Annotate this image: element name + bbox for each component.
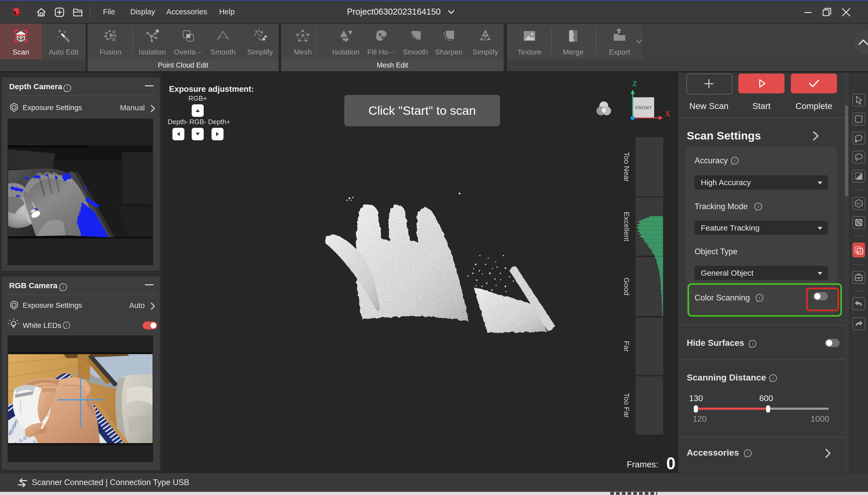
gauge-histogram-bar <box>659 273 663 273</box>
home-button[interactable] <box>35 6 47 18</box>
ribbon-mesh-smooth-button[interactable]: Smooth <box>397 23 434 59</box>
tool-polygon-select-button[interactable] <box>852 132 865 144</box>
project-title-dropdown[interactable]: Project06302023164150 <box>347 1 459 23</box>
collapse-chevron-up-icon <box>857 37 868 47</box>
ribbon-mesh-button[interactable]: Mesh <box>285 23 321 59</box>
tool-deselect-button[interactable] <box>852 216 865 229</box>
ribbon-scan-button[interactable]: Scan <box>0 23 42 59</box>
scanning-distance-info-icon[interactable]: i <box>768 374 778 383</box>
tool-select-button[interactable] <box>852 93 865 106</box>
ribbon-auto-edit-button[interactable]: Auto Edit <box>42 23 86 59</box>
ribbon-item-label: Simplify <box>247 48 273 56</box>
depth-plus-button[interactable] <box>211 128 223 140</box>
object-type-dropdown[interactable]: General Object <box>695 266 828 280</box>
ribbon-merge-button[interactable]: Merge <box>555 23 592 59</box>
triangle-down-icon <box>195 132 200 136</box>
ribbon-mesh-simplify-button[interactable]: Simplify <box>467 23 504 59</box>
ribbon-item-label: Merge <box>563 48 583 56</box>
rgb-plus-button[interactable] <box>192 104 204 117</box>
white-leds-info-icon[interactable]: i <box>62 321 71 330</box>
hide-surfaces-info-icon[interactable]: i <box>748 339 758 349</box>
depth-exposure-value-button[interactable]: Manual <box>114 104 156 114</box>
tool-lasso-select-button[interactable] <box>852 151 865 164</box>
ribbon-sharpen-button[interactable]: Sharpen <box>431 23 467 59</box>
gauge-histogram-bar <box>648 246 663 247</box>
status-bar: Scanner Connected | Connection Type USB <box>0 473 868 492</box>
depth-camera-collapse-button[interactable] <box>145 85 154 86</box>
ribbon-export-button[interactable]: Export <box>601 23 638 59</box>
ribbon-item-label: Fusion <box>100 48 121 56</box>
complete-button[interactable] <box>791 73 837 93</box>
dropdown-caret-icon <box>818 227 822 230</box>
menu-accessories[interactable]: Accessories <box>166 1 207 23</box>
scan-settings-expand-chevron[interactable] <box>812 131 819 141</box>
hide-surfaces-toggle[interactable] <box>825 339 839 347</box>
depth-camera-preview <box>7 119 153 265</box>
accessories-expand-chevron[interactable] <box>824 448 832 459</box>
menu-help[interactable]: Help <box>217 1 237 23</box>
tool-toolbox-button[interactable] <box>852 271 865 284</box>
minimize-button[interactable] <box>801 5 815 19</box>
accuracy-value: High Accuracy <box>701 175 751 190</box>
start-button[interactable] <box>738 73 785 93</box>
accessories-info-icon[interactable]: i <box>743 448 753 459</box>
ribbon-item-label: Export <box>609 48 630 56</box>
tool-invert-select-button[interactable] <box>852 170 865 183</box>
gauge-histogram-bar <box>642 237 663 238</box>
depth-camera-panel: Depth Camera i Exposure Settings Manual <box>2 78 160 271</box>
ribbon-item-label: Sharpen <box>435 48 463 56</box>
restore-button[interactable] <box>820 5 834 19</box>
depth-minus-button[interactable] <box>172 128 184 140</box>
gauge-histogram-bar <box>662 314 663 315</box>
right-panel-divider <box>678 325 845 325</box>
ribbon-pc-simplify-button[interactable]: Simplify <box>241 23 279 59</box>
redo-icon <box>853 318 865 330</box>
close-button[interactable] <box>839 5 853 19</box>
gauge-histogram-bar <box>659 269 663 269</box>
tool-rect-select-button[interactable] <box>852 113 865 125</box>
open-project-button[interactable] <box>72 6 83 18</box>
undo-button[interactable] <box>852 297 865 310</box>
titlebar-separator <box>90 6 90 18</box>
gauge-histogram-bar <box>659 271 663 272</box>
rgb-minus-button[interactable] <box>192 128 204 140</box>
new-scan-button[interactable] <box>686 73 732 95</box>
rgb-camera-collapse-button[interactable] <box>145 284 154 285</box>
ribbon-fill-holes-button[interactable]: Fill Ho··· <box>363 23 399 59</box>
gauge-histogram-bar <box>662 306 663 307</box>
axis-gizmo[interactable]: FRONT Z X <box>626 78 676 125</box>
tracking-mode-value: Feature Tracking <box>701 221 760 235</box>
ribbon-item-label: Texture <box>517 48 542 56</box>
depth-camera-info-icon[interactable]: i <box>62 83 72 93</box>
rgb-camera-info-icon[interactable]: i <box>58 283 68 292</box>
ribbon-overlap-button[interactable]: Overla··· <box>170 23 207 59</box>
rgb-exposure-value-button[interactable]: Auto <box>114 301 156 312</box>
menu-file[interactable]: File <box>100 1 118 23</box>
distance-slider-handle-low[interactable] <box>694 405 698 413</box>
menu-display[interactable]: Display <box>129 1 156 23</box>
ribbon-mesh-isolation-button[interactable]: Isolation <box>328 23 364 59</box>
gauge-histogram-bar <box>662 305 663 306</box>
white-leds-toggle[interactable] <box>143 322 157 329</box>
gauge-segment-far <box>635 318 663 375</box>
ribbon-pc-smooth-button[interactable]: Smooth <box>205 23 241 59</box>
new-project-button[interactable] <box>54 6 65 18</box>
accuracy-info-icon[interactable]: i <box>730 156 740 166</box>
redo-button[interactable] <box>852 318 865 330</box>
icon-strip-divider <box>853 236 864 237</box>
distance-slider-handle-high[interactable] <box>766 405 770 413</box>
export-dropdown-chevron-icon[interactable] <box>635 39 643 45</box>
rgb-channels-icon[interactable] <box>595 100 613 118</box>
ribbon-fusion-button[interactable]: Fusion <box>92 23 129 59</box>
tool-overlap-active-button[interactable] <box>852 242 865 257</box>
right-panel-scrollbar-thumb[interactable] <box>845 105 848 197</box>
depth-minus-label: Depth- <box>166 118 189 126</box>
tracking-mode-info-icon[interactable]: i <box>753 202 763 212</box>
tracking-mode-dropdown[interactable]: Feature Tracking <box>695 221 828 235</box>
ribbon-pc-isolation-button[interactable]: Isolation <box>134 23 171 59</box>
accuracy-dropdown[interactable]: High Accuracy <box>695 175 828 190</box>
tool-select-all-button[interactable]: ALL <box>852 197 865 210</box>
ribbon-texture-button[interactable]: Texture <box>511 23 548 59</box>
annotation-red-box <box>806 288 839 311</box>
sharpen-icon <box>441 28 457 44</box>
